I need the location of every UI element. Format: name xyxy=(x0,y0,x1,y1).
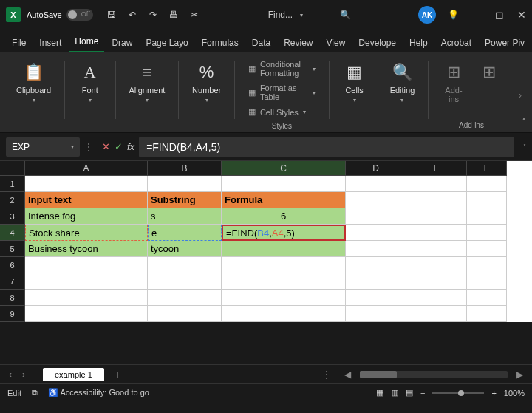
cancel-formula-button[interactable]: ✕ xyxy=(102,141,110,152)
cell[interactable] xyxy=(222,290,346,306)
close-button[interactable]: ✕ xyxy=(517,9,526,21)
cell[interactable] xyxy=(346,176,406,192)
row-header-3[interactable]: 3 xyxy=(0,208,25,225)
font-button[interactable]: A Font▾ xyxy=(74,58,106,107)
title-chevron-icon[interactable]: ▾ xyxy=(300,12,303,18)
cell[interactable] xyxy=(25,257,148,273)
worksheet-grid[interactable]: A B C D E F 1 2Input textSubstringFormul… xyxy=(0,161,532,364)
tab-insert[interactable]: Insert xyxy=(33,33,67,52)
tab-power-pivot[interactable]: Power Piv xyxy=(479,33,531,52)
normal-view-button[interactable]: ▦ xyxy=(376,388,383,397)
cell-a5[interactable]: Business tycoon xyxy=(25,241,148,257)
cell[interactable] xyxy=(222,176,346,192)
col-header-b[interactable]: B xyxy=(148,161,222,176)
lightbulb-icon[interactable]: 💡 xyxy=(446,8,460,21)
cell[interactable] xyxy=(25,273,148,290)
scroll-left-button[interactable]: ◀ xyxy=(341,369,354,380)
collapse-ribbon-button[interactable]: ˄ xyxy=(522,117,526,128)
editing-button[interactable]: 🔍 Editing▾ xyxy=(386,58,420,107)
document-title[interactable]: Find... xyxy=(268,10,293,20)
cell-b5[interactable]: tycoon xyxy=(148,241,222,257)
alignment-button[interactable]: ≡ Alignment▾ xyxy=(124,58,169,107)
row-header-2[interactable]: 2 xyxy=(0,192,25,208)
cell[interactable] xyxy=(148,176,222,192)
sheet-tab-active[interactable]: example 1 xyxy=(43,368,104,381)
cell[interactable] xyxy=(406,192,467,208)
cell[interactable] xyxy=(467,306,507,322)
cell-header-formula[interactable]: Formula xyxy=(222,192,346,208)
cell[interactable] xyxy=(406,273,467,290)
cell-styles-button[interactable]: ▦Cell Styles ▾ xyxy=(244,105,320,119)
tab-draw[interactable]: Draw xyxy=(106,33,138,52)
cell[interactable] xyxy=(346,306,406,322)
user-avatar[interactable]: AK xyxy=(418,6,436,24)
col-header-a[interactable]: A xyxy=(25,161,148,176)
cell[interactable] xyxy=(467,290,507,306)
cell[interactable] xyxy=(346,225,406,241)
save-icon[interactable]: 🖫 xyxy=(105,8,118,21)
tab-acrobat[interactable]: Acrobat xyxy=(435,33,477,52)
tab-menu-icon[interactable]: ⋮ xyxy=(322,369,331,380)
row-header-4[interactable]: 4 xyxy=(0,225,25,241)
cell-c4-editing[interactable]: =FIND(B4,A4,5) xyxy=(222,225,346,241)
add-sheet-button[interactable]: + xyxy=(115,369,120,380)
cell[interactable] xyxy=(467,257,507,273)
page-layout-view-button[interactable]: ▥ xyxy=(391,388,398,397)
cell[interactable] xyxy=(346,257,406,273)
cell-a4[interactable]: Stock share xyxy=(25,225,148,241)
cell[interactable] xyxy=(25,290,148,306)
fx-icon[interactable]: fx xyxy=(127,141,134,152)
cell[interactable] xyxy=(467,192,507,208)
zoom-in-button[interactable]: + xyxy=(491,389,496,397)
cells-button[interactable]: ▦ Cells▾ xyxy=(338,58,371,107)
cell[interactable] xyxy=(467,225,507,241)
cell[interactable] xyxy=(222,273,346,290)
clipboard-button[interactable]: 📋 Clipboard▾ xyxy=(12,58,55,107)
row-header-1[interactable]: 1 xyxy=(0,176,25,192)
cell[interactable] xyxy=(148,257,222,273)
cell[interactable] xyxy=(467,176,507,192)
redo-icon[interactable]: ↷ xyxy=(146,8,160,21)
search-icon[interactable]: 🔍 xyxy=(340,10,351,20)
col-header-e[interactable]: E xyxy=(406,161,467,176)
row-header-9[interactable]: 9 xyxy=(0,306,25,322)
cell[interactable] xyxy=(346,208,406,225)
col-header-d[interactable]: D xyxy=(346,161,406,176)
cell[interactable] xyxy=(148,273,222,290)
tab-data[interactable]: Data xyxy=(246,33,276,52)
zoom-slider[interactable] xyxy=(432,392,484,394)
col-header-c[interactable]: C xyxy=(222,161,346,176)
cell-c5[interactable] xyxy=(222,241,346,257)
tab-help[interactable]: Help xyxy=(403,33,434,52)
cell[interactable] xyxy=(148,306,222,322)
cell[interactable] xyxy=(467,273,507,290)
prev-sheet-button[interactable]: ‹ xyxy=(6,369,15,380)
cell[interactable] xyxy=(346,241,406,257)
cell[interactable] xyxy=(222,257,346,273)
camera-icon[interactable]: ⧉ xyxy=(32,388,38,397)
cell[interactable] xyxy=(346,290,406,306)
zoom-out-button[interactable]: − xyxy=(420,389,425,397)
expand-formula-icon[interactable]: ˅ xyxy=(523,143,526,150)
cell[interactable] xyxy=(346,273,406,290)
maximize-button[interactable]: ◻ xyxy=(495,9,504,21)
cut-icon[interactable]: ✂ xyxy=(188,8,201,21)
page-break-view-button[interactable]: ▤ xyxy=(406,388,413,397)
more-addins-button[interactable]: ⊞ xyxy=(473,58,505,87)
row-header-7[interactable]: 7 xyxy=(0,273,25,290)
confirm-formula-button[interactable]: ✓ xyxy=(115,141,123,152)
cell[interactable] xyxy=(406,290,467,306)
cell-c3[interactable]: 6 xyxy=(222,208,346,225)
horizontal-scrollbar[interactable] xyxy=(360,371,508,378)
cell-b4[interactable]: e xyxy=(148,225,222,241)
cell[interactable] xyxy=(467,208,507,225)
format-as-table-button[interactable]: ▦Format as Table ▾ xyxy=(244,81,320,103)
accessibility-status[interactable]: ♿ Accessibility: Good to go xyxy=(48,388,149,397)
cell[interactable] xyxy=(406,176,467,192)
cell-a3[interactable]: Intense fog xyxy=(25,208,148,225)
tab-home[interactable]: Home xyxy=(69,32,104,52)
tab-file[interactable]: File xyxy=(6,33,32,52)
cell[interactable] xyxy=(406,208,467,225)
row-header-6[interactable]: 6 xyxy=(0,257,25,273)
col-header-f[interactable]: F xyxy=(467,161,507,176)
